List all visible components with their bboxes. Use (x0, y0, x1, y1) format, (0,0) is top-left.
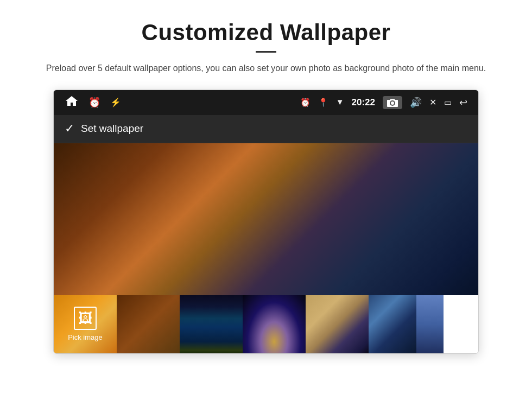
checkmark-icon[interactable]: ✓ (65, 122, 74, 136)
time-display: 20:22 (352, 97, 375, 108)
alarm-icon: ⏰ (88, 97, 100, 109)
wallpaper-thumb-1[interactable] (117, 295, 180, 353)
page-subtitle: Preload over 5 default wallpaper options… (43, 61, 489, 75)
usb-icon: ⚡ (110, 97, 121, 107)
pick-image-button[interactable]: 🖼 Pick image (54, 295, 117, 353)
wallpaper-thumb-2[interactable] (180, 295, 243, 353)
home-icon[interactable] (65, 95, 79, 110)
back-icon[interactable]: ↩ (459, 97, 467, 109)
volume-icon: 🔊 (410, 97, 422, 109)
window-icon: ▭ (444, 98, 452, 107)
wifi-icon: ▼ (336, 98, 344, 107)
location-icon: 📍 (318, 98, 328, 107)
wallpaper-thumb-6[interactable] (416, 295, 444, 353)
wallpaper-thumb-3[interactable] (243, 295, 306, 353)
title-divider (256, 51, 276, 53)
pick-image-label: Pick image (68, 333, 103, 341)
wallpaper-thumb-4[interactable] (306, 295, 369, 353)
pick-image-icon: 🖼 (74, 307, 97, 330)
status-bar-right: ⏰ 📍 ▼ 20:22 🔊 ✕ ▭ ↩ (300, 96, 467, 109)
page-header: Customized Wallpaper Preload over 5 defa… (0, 0, 532, 81)
status-bar: ⏰ ⚡ ⏰ 📍 ▼ 20:22 🔊 ✕ ▭ ↩ (54, 90, 478, 115)
page-title: Customized Wallpaper (33, 20, 499, 46)
wallpaper-preview (54, 143, 478, 295)
status-bar-left: ⏰ ⚡ (65, 95, 121, 110)
camera-icon[interactable] (383, 96, 402, 109)
alarm-right-icon: ⏰ (300, 98, 311, 107)
wallpaper-thumb-5[interactable] (369, 295, 416, 353)
set-wallpaper-title: Set wallpaper (81, 123, 143, 135)
device-frame: ⏰ ⚡ ⏰ 📍 ▼ 20:22 🔊 ✕ ▭ ↩ ✓ Set wallpaper (53, 90, 479, 354)
app-bar: ✓ Set wallpaper (54, 115, 478, 143)
close-icon[interactable]: ✕ (429, 97, 436, 107)
thumbnail-strip: 🖼 Pick image (54, 295, 478, 353)
